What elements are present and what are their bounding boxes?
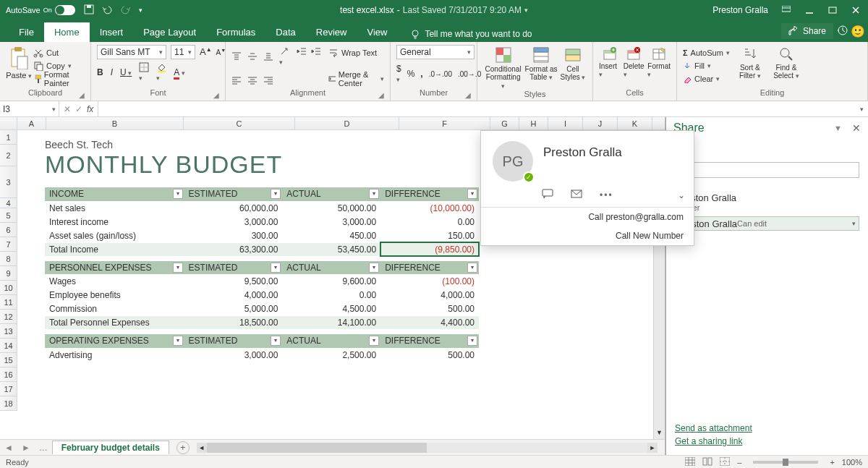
font-family-select[interactable]: Gill Sans MT bbox=[97, 45, 166, 59]
zoom-in-icon[interactable]: + bbox=[830, 458, 834, 467]
view-page-layout-icon[interactable] bbox=[702, 457, 712, 467]
grow-font-icon[interactable]: A▲ bbox=[200, 46, 212, 57]
column-header-I[interactable]: I bbox=[548, 117, 583, 129]
alignment-launcher-icon[interactable]: ◢ bbox=[378, 91, 384, 99]
hscroll-right-icon[interactable]: ► bbox=[647, 443, 658, 453]
title-caret-icon[interactable]: ▾ bbox=[524, 7, 528, 14]
sheet-nav-next-icon[interactable]: ► bbox=[17, 443, 35, 453]
share-pane-close-icon[interactable]: ✕ bbox=[852, 122, 861, 134]
column-headers[interactable]: ABCDFGHIJK bbox=[0, 117, 665, 130]
table-row[interactable]: Employee benefits4,000.000.004,000.00 bbox=[45, 289, 479, 302]
number-format-select[interactable]: General bbox=[396, 45, 475, 59]
filter-button-icon[interactable]: ▾ bbox=[369, 336, 379, 346]
filter-button-icon[interactable]: ▾ bbox=[467, 189, 477, 199]
column-header[interactable]: DIFFERENCE▾ bbox=[380, 334, 479, 348]
save-icon[interactable] bbox=[84, 4, 94, 17]
insert-cells-button[interactable]: Insert bbox=[599, 45, 621, 78]
cancel-formula-icon[interactable]: ✕ bbox=[64, 104, 71, 114]
table-row[interactable]: Net sales60,000.0050,000.00(10,000.00) bbox=[45, 201, 479, 215]
new-sheet-button[interactable]: + bbox=[176, 441, 190, 454]
share-link-get-a-sharing-link[interactable]: Get a sharing link bbox=[675, 436, 859, 446]
borders-button[interactable] bbox=[139, 62, 149, 82]
view-page-break-icon[interactable] bbox=[720, 457, 730, 467]
chat-icon[interactable] bbox=[542, 189, 553, 201]
align-center-icon[interactable] bbox=[247, 75, 258, 85]
column-header-C[interactable]: C bbox=[184, 117, 295, 129]
contact-menu-item[interactable]: Call New Number bbox=[481, 226, 694, 245]
align-top-icon[interactable] bbox=[231, 51, 242, 61]
column-header-F[interactable]: F bbox=[399, 117, 490, 129]
filter-button-icon[interactable]: ▾ bbox=[369, 263, 379, 273]
select-all-corner[interactable] bbox=[0, 117, 17, 129]
number-launcher-icon[interactable]: ◢ bbox=[465, 91, 471, 99]
filter-button-icon[interactable]: ▾ bbox=[173, 263, 183, 273]
format-cells-button[interactable]: Format bbox=[647, 45, 671, 78]
filter-button-icon[interactable]: ▾ bbox=[467, 336, 477, 346]
tab-file[interactable]: File bbox=[9, 22, 44, 42]
view-normal-icon[interactable] bbox=[685, 457, 695, 467]
column-header-B[interactable]: B bbox=[46, 117, 184, 129]
row-headers[interactable]: 123456789101112131415161718 bbox=[0, 130, 17, 411]
row-header-11[interactable]: 11 bbox=[0, 295, 17, 310]
clear-button[interactable]: Clear bbox=[683, 72, 730, 85]
fx-icon[interactable]: fx bbox=[87, 104, 93, 114]
vscroll-down-icon[interactable]: ▼ bbox=[654, 429, 665, 439]
delete-cells-button[interactable]: Delete bbox=[624, 45, 645, 78]
align-right-icon[interactable] bbox=[263, 75, 273, 85]
row-header-15[interactable]: 15 bbox=[0, 353, 17, 367]
hscroll-left-icon[interactable]: ◄ bbox=[197, 443, 207, 453]
format-painter-button[interactable]: Format Painter bbox=[33, 72, 85, 85]
conditional-formatting-button[interactable]: Conditional Formatting bbox=[483, 45, 523, 90]
format-as-table-button[interactable]: Format as Table bbox=[524, 45, 558, 82]
table-row[interactable]: Advertising3,000.002,500.00500.00 bbox=[45, 348, 479, 362]
name-box[interactable]: I3 bbox=[0, 101, 59, 116]
shrink-font-icon[interactable]: A▼ bbox=[216, 48, 226, 56]
percent-format-icon[interactable]: % bbox=[407, 69, 415, 79]
fill-button[interactable]: Fill bbox=[683, 59, 730, 72]
column-header-A[interactable]: A bbox=[17, 117, 46, 129]
close-icon[interactable] bbox=[851, 5, 861, 15]
column-header[interactable]: ACTUAL▾ bbox=[282, 334, 380, 348]
row-header-14[interactable]: 14 bbox=[0, 339, 17, 353]
comma-format-icon[interactable]: , bbox=[420, 69, 422, 79]
accounting-format-icon[interactable]: $ bbox=[396, 64, 401, 84]
tab-review[interactable]: Review bbox=[306, 22, 357, 42]
formula-input[interactable] bbox=[98, 101, 868, 116]
tab-formulas[interactable]: Formulas bbox=[206, 22, 265, 42]
cut-button[interactable]: Cut bbox=[33, 46, 85, 59]
column-header[interactable]: ESTIMATED▾ bbox=[184, 187, 283, 201]
ribbon-options-icon[interactable] bbox=[781, 5, 791, 15]
share-person[interactable]: Preston GrallaCan edit bbox=[675, 216, 859, 231]
underline-button[interactable]: U bbox=[120, 67, 132, 77]
tab-insert[interactable]: Insert bbox=[90, 22, 134, 42]
column-header[interactable]: ACTUAL▾ bbox=[282, 187, 380, 201]
tab-home[interactable]: Home bbox=[44, 22, 90, 42]
column-header[interactable]: ESTIMATED▾ bbox=[184, 334, 283, 348]
contact-menu-item[interactable]: Call preston@gralla.com bbox=[481, 208, 694, 226]
paste-button[interactable]: Paste bbox=[6, 45, 32, 80]
tab-data[interactable]: Data bbox=[265, 22, 305, 42]
history-icon[interactable] bbox=[836, 25, 848, 38]
column-header[interactable]: PERSONNEL EXPENSES▾ bbox=[45, 261, 184, 275]
row-header-16[interactable]: 16 bbox=[0, 367, 17, 382]
zoom-slider[interactable] bbox=[753, 461, 818, 464]
autosave-switch-icon[interactable] bbox=[55, 5, 75, 15]
increase-decimal-icon[interactable]: .0→.00 bbox=[429, 70, 452, 78]
font-size-select[interactable]: 11 bbox=[171, 45, 195, 59]
share-pane-caret-icon[interactable]: ▼ bbox=[834, 124, 842, 132]
table-row[interactable]: Asset sales (gain/loss)300.00450.00150.0… bbox=[45, 229, 479, 242]
column-header-H[interactable]: H bbox=[519, 117, 548, 129]
row-header-17[interactable]: 17 bbox=[0, 382, 17, 396]
clipboard-launcher-icon[interactable]: ◢ bbox=[79, 91, 85, 99]
decrease-indent-icon[interactable] bbox=[297, 46, 307, 56]
undo-icon[interactable] bbox=[101, 4, 113, 17]
row-header-1[interactable]: 1 bbox=[0, 130, 17, 145]
merge-center-button[interactable]: Merge & Center bbox=[328, 72, 384, 85]
share-person[interactable]: Preston GrallaOwner bbox=[675, 188, 859, 216]
table-row[interactable]: Wages9,500.009,600.00(100.00) bbox=[45, 275, 479, 289]
column-header-J[interactable]: J bbox=[583, 117, 618, 129]
column-header[interactable]: ESTIMATED▾ bbox=[184, 261, 283, 275]
filter-button-icon[interactable]: ▾ bbox=[467, 263, 477, 273]
filter-button-icon[interactable]: ▾ bbox=[173, 336, 183, 346]
zoom-level[interactable]: 100% bbox=[842, 458, 862, 467]
